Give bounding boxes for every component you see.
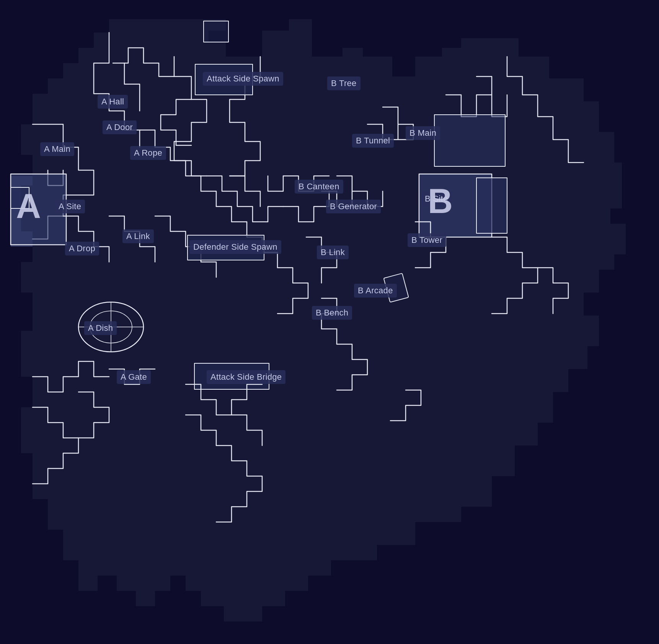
svg-rect-9 [434, 115, 505, 166]
svg-rect-8 [188, 235, 264, 260]
svg-rect-11 [476, 178, 507, 233]
svg-rect-5 [195, 64, 253, 95]
map-svg [0, 0, 659, 644]
svg-rect-7 [11, 187, 29, 208]
svg-rect-17 [194, 363, 269, 389]
svg-rect-6 [11, 174, 66, 245]
map-container: Attack Side Spawn B Tree A Hall A Door B… [0, 0, 659, 644]
svg-rect-18 [204, 21, 228, 42]
